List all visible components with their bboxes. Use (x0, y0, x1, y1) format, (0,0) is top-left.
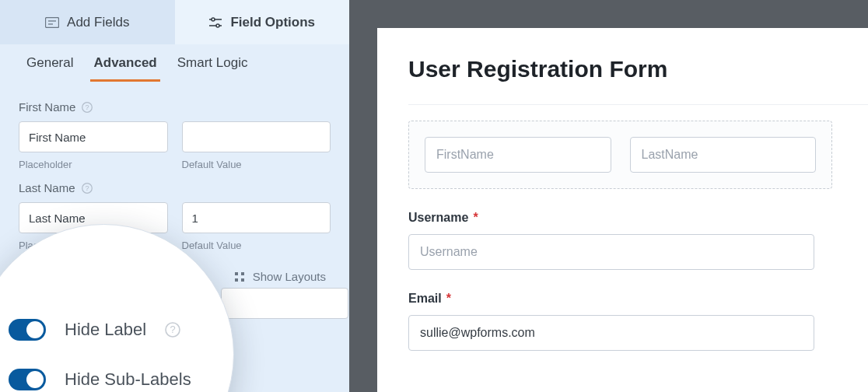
svg-text:?: ? (170, 324, 176, 335)
subtab-advanced[interactable]: Advanced (93, 55, 156, 82)
subtabs: General Advanced Smart Logic (0, 44, 349, 82)
svg-rect-11 (235, 272, 238, 275)
help-icon[interactable]: ? (165, 322, 180, 338)
first-name-label-row: First Name ? (19, 100, 331, 114)
form-title: User Registration Form (408, 56, 868, 82)
svg-text:?: ? (85, 184, 89, 192)
caption-default-value: Default Value (182, 159, 331, 170)
svg-rect-14 (241, 278, 244, 282)
first-name-default-input[interactable] (182, 121, 331, 152)
username-label-text: Username (408, 211, 468, 225)
show-layouts-label: Show Layouts (253, 270, 326, 283)
subtab-general[interactable]: General (26, 55, 73, 82)
tab-add-fields[interactable]: Add Fields (0, 0, 175, 44)
app-stage: Add Fields Field Options General Advance… (0, 0, 868, 392)
required-mark: * (446, 292, 451, 306)
svg-rect-13 (235, 278, 238, 282)
last-name-label-row: Last Name ? (19, 181, 331, 194)
toggle-hide-label[interactable] (9, 319, 46, 341)
caption-placeholder: Placeholder (19, 159, 168, 170)
first-name-placeholder-input[interactable] (19, 121, 168, 152)
svg-rect-12 (241, 272, 244, 275)
name-field-block[interactable]: FirstName LastName (408, 121, 832, 189)
hide-label-text: Hide Label (65, 320, 146, 340)
first-name-label: First Name (19, 100, 75, 114)
caption-default-value-2: Default Value (182, 240, 331, 251)
username-input[interactable]: Username (408, 234, 814, 270)
svg-text:?: ? (86, 103, 89, 111)
hide-sub-labels-text: Hide Sub-Labels (65, 369, 191, 390)
grid-icon (234, 271, 245, 282)
tab-add-fields-label: Add Fields (67, 15, 129, 30)
last-name-label: Last Name (19, 181, 75, 194)
last-name-default-input[interactable] (182, 202, 331, 233)
email-label-text: Email (408, 292, 442, 306)
tab-field-options-label: Field Options (230, 15, 315, 30)
email-input[interactable]: sullie@wpforms.com (408, 315, 814, 351)
username-label: Username * (408, 211, 868, 225)
help-icon[interactable]: ? (82, 102, 93, 113)
subtab-smart-logic[interactable]: Smart Logic (177, 55, 248, 82)
svg-point-6 (216, 24, 219, 27)
form-icon (45, 17, 59, 28)
help-icon[interactable]: ? (82, 183, 93, 194)
sliders-icon (208, 17, 222, 28)
svg-rect-0 (46, 17, 59, 27)
left-panel-tabs: Add Fields Field Options (0, 0, 349, 44)
svg-point-4 (212, 18, 215, 21)
partial-input[interactable] (221, 288, 348, 319)
email-label: Email * (408, 292, 868, 306)
tab-field-options[interactable]: Field Options (175, 0, 350, 44)
last-name-preview-input[interactable]: LastName (630, 137, 817, 173)
first-name-preview-input[interactable]: FirstName (425, 137, 611, 173)
form-preview: User Registration Form FirstName LastNam… (377, 28, 868, 392)
toggle-hide-sub-labels[interactable] (9, 369, 46, 390)
separator (408, 104, 868, 105)
required-mark: * (473, 211, 478, 225)
